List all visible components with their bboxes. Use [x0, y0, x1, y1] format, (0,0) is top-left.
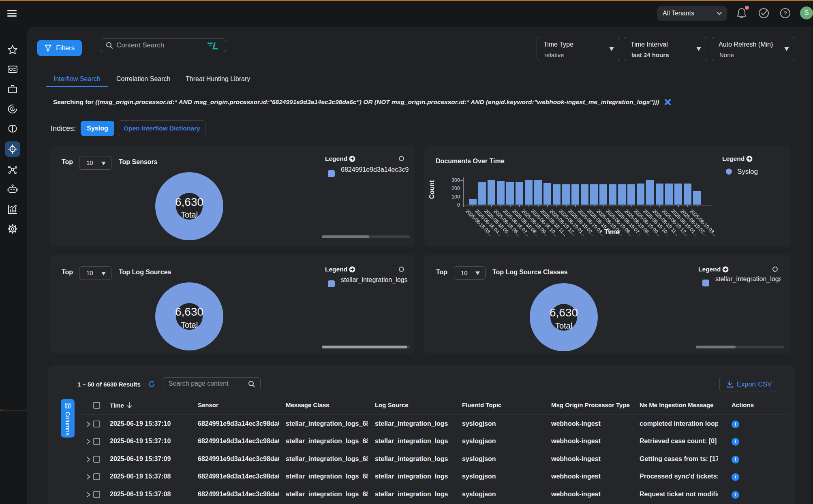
svg-text:?: ? [783, 10, 787, 17]
